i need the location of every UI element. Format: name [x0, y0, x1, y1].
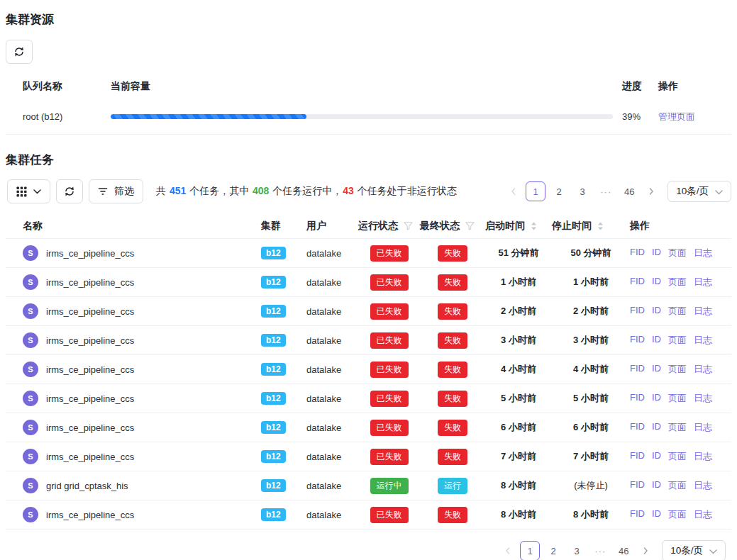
task-action-log[interactable]: 日志	[694, 363, 712, 376]
pagination-ellipsis[interactable]: ···	[596, 181, 616, 201]
pagination-next[interactable]	[637, 541, 654, 560]
task-action-fid[interactable]: FID	[630, 450, 645, 463]
task-action-id[interactable]: ID	[652, 450, 661, 463]
task-action-page[interactable]: 页面	[668, 479, 687, 492]
task-row: S irms_ce_pipeline_ccs b12 datalake 已失败 …	[6, 326, 731, 355]
task-actions: FIDID页面日志	[630, 247, 726, 259]
task-user: datalake	[306, 422, 358, 433]
task-actions: FIDID页面日志	[630, 421, 726, 434]
task-name: irms_ce_pipeline_ccs	[46, 364, 134, 375]
task-action-log[interactable]: 日志	[694, 276, 712, 289]
task-action-page[interactable]: 页面	[668, 363, 687, 376]
task-actions: FIDID页面日志	[630, 334, 726, 347]
cluster-badge: b12	[261, 421, 286, 434]
resources-refresh-button[interactable]	[6, 40, 33, 64]
pagination-page-46[interactable]: 46	[619, 181, 639, 201]
task-action-page[interactable]: 页面	[668, 247, 687, 259]
task-action-log[interactable]: 日志	[694, 450, 712, 463]
task-action-fid[interactable]: FID	[630, 421, 645, 434]
cluster-resources-title: 集群资源	[6, 11, 731, 28]
summary-text: 共	[156, 185, 169, 196]
task-action-page[interactable]: 页面	[668, 450, 687, 463]
task-action-id[interactable]: ID	[652, 363, 661, 376]
task-action-log[interactable]: 日志	[694, 305, 712, 318]
summary-not-running-count: 43	[342, 185, 355, 196]
task-action-id[interactable]: ID	[652, 479, 661, 492]
stop-time: 8 小时前	[552, 508, 630, 521]
pagination-prev[interactable]	[505, 181, 522, 201]
task-action-page[interactable]: 页面	[668, 305, 687, 318]
task-name: grid grid_cptask_his	[46, 481, 128, 491]
spark-avatar: S	[23, 449, 38, 464]
stop-time-sorter-icon[interactable]	[597, 222, 604, 230]
task-action-page[interactable]: 页面	[668, 508, 687, 521]
task-row: S irms_ce_pipeline_ccs b12 datalake 已失败 …	[6, 384, 731, 413]
pagination-page-3[interactable]: 3	[572, 181, 592, 201]
final-status-badge: 失败	[438, 362, 467, 378]
pagination-page-46[interactable]: 46	[614, 541, 633, 560]
chevron-down-icon	[33, 189, 41, 194]
task-action-fid[interactable]: FID	[630, 276, 645, 289]
start-time-sorter-icon[interactable]	[531, 222, 537, 230]
task-actions: FIDID页面日志	[630, 392, 726, 405]
task-action-log[interactable]: 日志	[694, 247, 712, 259]
task-user: datalake	[306, 452, 358, 462]
pagination-next[interactable]	[643, 181, 660, 201]
task-action-page[interactable]: 页面	[668, 392, 687, 405]
pagination-page-1[interactable]: 1	[520, 541, 540, 560]
final-status-filter-icon[interactable]	[465, 222, 475, 230]
task-row: S irms_ce_pipeline_ccs b12 datalake 已失败 …	[6, 268, 731, 297]
task-action-page[interactable]: 页面	[668, 276, 687, 289]
pagination-prev[interactable]	[499, 541, 516, 560]
task-action-id[interactable]: ID	[652, 247, 661, 259]
task-action-log[interactable]: 日志	[694, 421, 712, 434]
page-size-label: 10条/页	[676, 185, 709, 198]
task-name: irms_ce_pipeline_ccs	[46, 248, 134, 259]
page-size-select[interactable]: 10条/页	[667, 181, 731, 202]
task-user: datalake	[306, 248, 358, 259]
pagination-page-1[interactable]: 1	[526, 181, 545, 201]
grid-icon	[16, 186, 27, 197]
run-status-badge: 已失败	[370, 245, 409, 262]
spark-avatar: S	[23, 391, 38, 406]
final-status-badge: 失败	[438, 332, 467, 349]
summary-running-count: 408	[252, 185, 270, 196]
stop-time: 1 小时前	[552, 276, 630, 289]
start-time: 5 小时前	[485, 392, 552, 405]
task-action-log[interactable]: 日志	[694, 479, 712, 492]
run-status-filter-icon[interactable]	[404, 222, 413, 230]
filter-button[interactable]: 筛选	[89, 179, 143, 203]
task-action-fid[interactable]: FID	[630, 363, 645, 376]
task-action-page[interactable]: 页面	[668, 421, 687, 434]
pagination-ellipsis[interactable]: ···	[590, 541, 610, 560]
task-action-log[interactable]: 日志	[694, 508, 712, 521]
layout-dropdown-button[interactable]	[7, 179, 50, 203]
task-action-fid[interactable]: FID	[630, 305, 645, 318]
task-action-fid[interactable]: FID	[630, 479, 645, 492]
task-action-fid[interactable]: FID	[630, 392, 645, 405]
task-action-page[interactable]: 页面	[668, 334, 687, 347]
tasks-refresh-button[interactable]	[56, 179, 83, 203]
task-action-id[interactable]: ID	[652, 305, 661, 318]
task-action-id[interactable]: ID	[652, 421, 661, 434]
page-size-select[interactable]: 10条/页	[662, 540, 726, 560]
task-action-log[interactable]: 日志	[694, 334, 712, 347]
cluster-badge: b12	[261, 479, 286, 492]
run-status-badge: 已失败	[370, 362, 409, 378]
pagination-page-2[interactable]: 2	[543, 541, 563, 560]
task-name: irms_ce_pipeline_ccs	[46, 393, 134, 404]
task-action-id[interactable]: ID	[652, 276, 661, 289]
task-action-fid[interactable]: FID	[630, 247, 645, 259]
task-action-id[interactable]: ID	[652, 334, 661, 347]
task-action-log[interactable]: 日志	[694, 392, 712, 405]
filter-button-label: 筛选	[114, 185, 134, 198]
task-action-fid[interactable]: FID	[630, 508, 645, 521]
task-action-id[interactable]: ID	[652, 508, 661, 521]
task-table-body: S irms_ce_pipeline_ccs b12 datalake 已失败 …	[6, 239, 731, 530]
task-action-id[interactable]: ID	[652, 392, 661, 405]
col-name: 名称	[23, 220, 43, 233]
manage-page-link[interactable]: 管理页面	[658, 111, 695, 122]
task-action-fid[interactable]: FID	[630, 334, 645, 347]
pagination-page-2[interactable]: 2	[549, 181, 569, 201]
pagination-page-3[interactable]: 3	[567, 541, 587, 560]
